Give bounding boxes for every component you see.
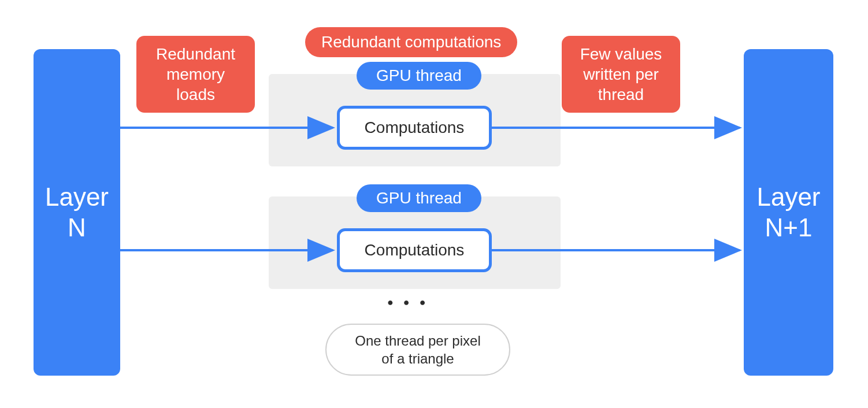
callout-right-line2: written per	[574, 64, 667, 84]
layer-n1-box: Layer N+1	[744, 49, 833, 376]
computations-box-1: Computations	[337, 106, 492, 150]
computations-box-2: Computations	[337, 228, 492, 272]
callout-redundant-computations: Redundant computations	[305, 27, 517, 57]
layer-n-label-2: N	[68, 213, 86, 243]
gpu-thread-pill-2: GPU thread	[357, 184, 481, 212]
footer-line1: One thread per pixel	[346, 332, 489, 350]
callout-redundant-memory-loads: Redundant memory loads	[136, 36, 255, 113]
layer-n1-label-1: Layer	[756, 182, 820, 213]
callout-few-values: Few values written per thread	[562, 36, 680, 113]
callout-right-line3: thread	[574, 84, 667, 105]
layer-n-box: Layer N	[34, 49, 120, 376]
callout-left-line1: Redundant	[149, 44, 242, 64]
callout-right-line1: Few values	[574, 44, 667, 64]
ellipsis-dots: ● ● ●	[387, 296, 429, 309]
footer-line2: of a triangle	[346, 350, 489, 368]
callout-left-line2: memory	[149, 64, 242, 84]
footer-caption: One thread per pixel of a triangle	[325, 324, 510, 376]
layer-n1-label-2: N+1	[765, 213, 813, 243]
layer-n-label-1: Layer	[45, 182, 109, 213]
gpu-thread-pill-1: GPU thread	[357, 62, 481, 90]
callout-left-line3: loads	[149, 84, 242, 105]
